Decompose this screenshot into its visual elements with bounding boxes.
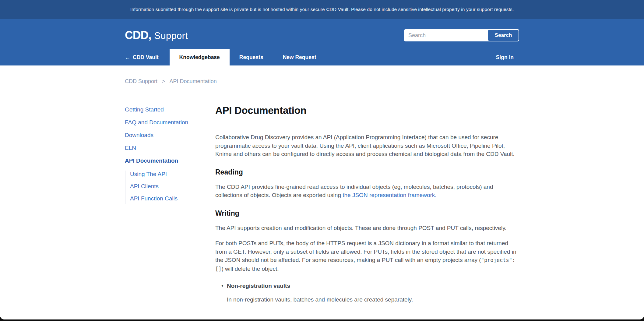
vault-types-list: Non-registration vaults In non-registrat…	[215, 282, 519, 319]
sidebar-item-api-documentation[interactable]: API Documentation	[125, 157, 178, 164]
sidebar-subitem-api-clients[interactable]: API Clients	[130, 183, 159, 189]
cdd-logo-brand: CDD,	[125, 29, 151, 42]
list-item: Registration vaults In registration vaul…	[221, 317, 519, 320]
sign-in-link[interactable]: Sign in	[496, 54, 514, 61]
site-header: CDD, Support Search ← CDD Vault Knowledg…	[0, 19, 644, 65]
browser-page: Information submitted through the suppor…	[0, 0, 644, 319]
notice-text: Information submitted through the suppor…	[130, 7, 514, 12]
search-button[interactable]: Search	[488, 30, 519, 41]
reading-heading: Reading	[215, 168, 519, 176]
sidebar-item-eln[interactable]: ELN	[125, 145, 136, 151]
search-input[interactable]	[405, 30, 488, 41]
cdd-logo-suffix: Support	[154, 30, 188, 41]
reading-paragraph: The CDD API provides fine-grained read a…	[215, 183, 519, 199]
sidebar-subitem-api-function-calls[interactable]: API Function Calls	[130, 195, 178, 202]
json-framework-link[interactable]: the JSON representation framework.	[343, 192, 436, 198]
tab-knowledgebase[interactable]: Knowledgebase	[170, 49, 230, 65]
kb-sidebar: Getting Started FAQ and Documentation Do…	[125, 105, 215, 319]
sidebar-sublist: Using The API API Clients API Function C…	[125, 171, 215, 204]
writing-paragraph-1: The API supports creation and modificati…	[215, 224, 519, 232]
tab-requests[interactable]: Requests	[230, 49, 273, 65]
tab-new-request[interactable]: New Request	[273, 49, 326, 65]
notice-bar: Information submitted through the suppor…	[0, 0, 644, 19]
article: API Documentation Collaborative Drug Dis…	[215, 105, 519, 319]
writing-heading: Writing	[215, 209, 519, 217]
non-registration-vaults-title: Non-registration vaults	[227, 282, 519, 290]
back-arrow-icon: ←	[125, 54, 130, 61]
writing-paragraph-2: For both POSTs and PUTs, the body of the…	[215, 239, 519, 273]
writing-p2-text-after: ) will delete the object.	[221, 266, 279, 272]
title-divider	[215, 124, 519, 124]
nav-back-cdd-vault[interactable]: ← CDD Vault	[125, 54, 159, 61]
sidebar-item-faq-and-documentation[interactable]: FAQ and Documentation	[125, 119, 188, 125]
sidebar-item-downloads[interactable]: Downloads	[125, 132, 153, 138]
cdd-logo[interactable]: CDD, Support	[125, 29, 188, 42]
list-item: Non-registration vaults In non-registrat…	[221, 282, 519, 304]
sidebar-subitem-using-the-api[interactable]: Using The API	[130, 171, 167, 177]
intro-paragraph: Collaborative Drug Discovery provides an…	[215, 133, 519, 158]
breadcrumb-separator: >	[162, 78, 165, 84]
breadcrumb: CDD Support > API Documentation	[125, 78, 519, 85]
non-registration-vaults-body: In non-registration vaults, batches and …	[227, 296, 413, 303]
breadcrumb-current: API Documentation	[170, 78, 217, 84]
breadcrumb-home[interactable]: CDD Support	[125, 78, 157, 84]
search-box: Search	[404, 29, 519, 41]
sidebar-item-getting-started[interactable]: Getting Started	[125, 106, 164, 113]
main-nav: ← CDD Vault Knowledgebase Requests New R…	[125, 49, 519, 65]
page-title: API Documentation	[215, 105, 519, 116]
nav-back-label: CDD Vault	[133, 54, 159, 61]
registration-vaults-title: Registration vaults	[227, 317, 519, 320]
writing-p2-text: For both POSTs and PUTs, the body of the…	[215, 240, 516, 263]
